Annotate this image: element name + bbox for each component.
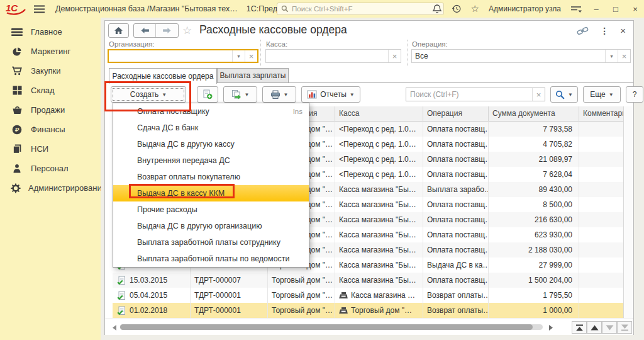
horizontal-scrollbar-thumb[interactable] [120, 324, 533, 330]
chevron-down-icon: ▼ [568, 92, 573, 98]
comment-cell [579, 152, 623, 167]
column-header[interactable]: Комментарий [579, 106, 623, 122]
comment-cell [579, 212, 623, 227]
org-filter-input[interactable]: ▼ × [108, 49, 258, 63]
favorites-star-icon[interactable]: ☆ [471, 3, 479, 14]
sidebar-item-label: НСИ [31, 144, 48, 154]
operation-filter-input[interactable]: ▼ × [411, 49, 631, 63]
horizontal-scrollbar-track[interactable] [120, 324, 543, 330]
operation-clear-icon[interactable]: × [618, 50, 630, 62]
vertical-scrollbar[interactable] [623, 106, 632, 318]
home-button[interactable] [108, 23, 129, 38]
list-search-input[interactable] [406, 90, 532, 99]
sidebar-item-администрирование[interactable]: Администрирование [0, 178, 101, 198]
menu-item[interactable]: Прочие расходы [113, 201, 309, 218]
search-clear-icon[interactable]: × [532, 88, 545, 101]
list-search-box[interactable]: × [406, 88, 545, 101]
service-menu-icon[interactable] [570, 5, 582, 13]
sidebar-item-финансы[interactable]: РФинансы [0, 120, 101, 139]
add-document-icon [203, 89, 213, 99]
org-filter-value[interactable] [109, 52, 232, 60]
search-settings-button[interactable]: ▼ [550, 86, 578, 103]
tab-expense-orders[interactable]: Расходные кассовые ордера [109, 68, 217, 84]
maximize-button[interactable]: □ [611, 4, 621, 14]
menu-item[interactable]: Внутренняя передача ДС [113, 152, 309, 169]
column-header[interactable]: Операция [423, 106, 489, 122]
forward-button[interactable] [156, 24, 178, 37]
create-button[interactable]: Создать ▼ [111, 86, 186, 103]
link-icon[interactable] [577, 26, 589, 35]
chevron-down-icon: ▼ [245, 92, 250, 98]
sidebar-item-персонал[interactable]: Персонал [0, 159, 101, 178]
org-clear-icon[interactable]: × [245, 50, 257, 62]
notifications-bell-icon[interactable] [432, 4, 442, 14]
minimize-button[interactable]: – [591, 4, 601, 14]
menu-item[interactable]: Выдача ДС в кассу ККМ [113, 185, 309, 201]
amount-cell: 27 999,00 [489, 258, 579, 273]
table-row[interactable]: 15.03.2015ТДРТ-000007Торговый дом "…Касс… [113, 273, 623, 288]
table-row[interactable]: 01.02.2018ТДРТ-000001Торговый дом "…Торг… [113, 303, 623, 318]
print-button[interactable]: ▼ [262, 86, 296, 103]
close-window-button[interactable]: × [630, 4, 640, 14]
user-name[interactable]: Администратор узла [489, 4, 561, 13]
operation-dropdown-icon[interactable]: ▼ [605, 50, 618, 62]
org-dropdown-icon[interactable]: ▼ [232, 50, 245, 62]
go-to-top-icon [575, 324, 584, 331]
menu-item[interactable]: Выдача ДС в другую организацию [113, 218, 309, 234]
amount-cell: 21 089,97 [489, 152, 579, 167]
operation-filter-value[interactable] [412, 52, 605, 60]
sidebar-item-нси[interactable]: НСИ [0, 139, 101, 159]
kassa-cell: Касса магазина "Бы… [335, 273, 423, 288]
operation-cell: Оплата поставщ… [423, 137, 489, 152]
comment-cell [579, 197, 623, 212]
operation-cell: Выплата зарабо… [423, 182, 489, 197]
table-row[interactable]: 05.04.2015ТДРТ-000001Торговый дом "…Касс… [113, 288, 623, 303]
chevron-down-icon: ▼ [284, 92, 289, 98]
history-icon[interactable] [452, 4, 462, 14]
comment-cell [579, 303, 623, 318]
comment-cell [579, 273, 623, 288]
go-to-top-button[interactable] [572, 321, 587, 334]
back-button[interactable] [134, 24, 156, 37]
column-header[interactable]: Сумма документа [489, 106, 579, 122]
sidebar-item-склад[interactable]: Склад [0, 81, 101, 100]
reports-button[interactable]: Отчеты ▼ [301, 86, 360, 103]
menu-item[interactable]: Сдача ДС в банк [113, 120, 309, 136]
posted-document-icon [117, 291, 126, 300]
add-document-button[interactable] [197, 86, 218, 103]
comment-cell [579, 242, 623, 258]
close-form-icon[interactable]: × [620, 25, 626, 36]
tab-salary-payment[interactable]: Выплата зарплаты [217, 68, 289, 83]
global-search-input[interactable] [292, 5, 440, 13]
sidebar-item-продажи[interactable]: Продажи [0, 100, 101, 120]
help-button[interactable]: ? [626, 86, 643, 103]
page-down-button[interactable] [602, 321, 617, 334]
kassa-filter-value[interactable] [266, 52, 388, 60]
sidebar-item-главное[interactable]: Главное [0, 22, 101, 42]
kassa-filter-input[interactable]: × [265, 49, 401, 63]
copy-document-button[interactable]: ▼ [223, 86, 257, 103]
sidebar-item-закупки[interactable]: Закупки [0, 61, 101, 81]
sidebar-item-маркетинг[interactable]: Маркетинг [0, 42, 101, 61]
scroll-right-icon[interactable] [549, 325, 553, 331]
menu-item[interactable]: Выплата заработной платы по ведомости [113, 251, 309, 267]
hamburger-icon[interactable] [33, 5, 45, 13]
operation-cell: Оплата поставщ… [423, 122, 489, 137]
posted-document-icon [117, 306, 126, 315]
page-down-icon [606, 324, 614, 331]
window-nav-row: ☆ Расходные кассовые ордера ⋮ × [105, 23, 633, 39]
menu-item[interactable]: Выплата заработной платы сотруднику [113, 234, 309, 251]
favorite-star-icon[interactable]: ☆ [182, 24, 192, 37]
go-to-bottom-button[interactable] [617, 321, 632, 334]
menu-item[interactable]: Оплата поставщикуIns [113, 103, 309, 120]
amount-cell: 216 630,00 [489, 212, 579, 227]
scroll-left-icon[interactable] [113, 325, 116, 331]
menu-item[interactable]: Выдача ДС в другую кассу [113, 136, 309, 152]
more-menu-icon[interactable]: ⋮ [600, 26, 609, 36]
global-search-box[interactable] [277, 3, 444, 15]
page-up-button[interactable] [587, 321, 602, 334]
more-button[interactable]: Еще ▼ [583, 86, 621, 103]
menu-item[interactable]: Возврат оплаты покупателю [113, 169, 309, 185]
kassa-clear-icon[interactable]: × [388, 50, 401, 62]
column-header[interactable]: Касса [335, 106, 423, 122]
